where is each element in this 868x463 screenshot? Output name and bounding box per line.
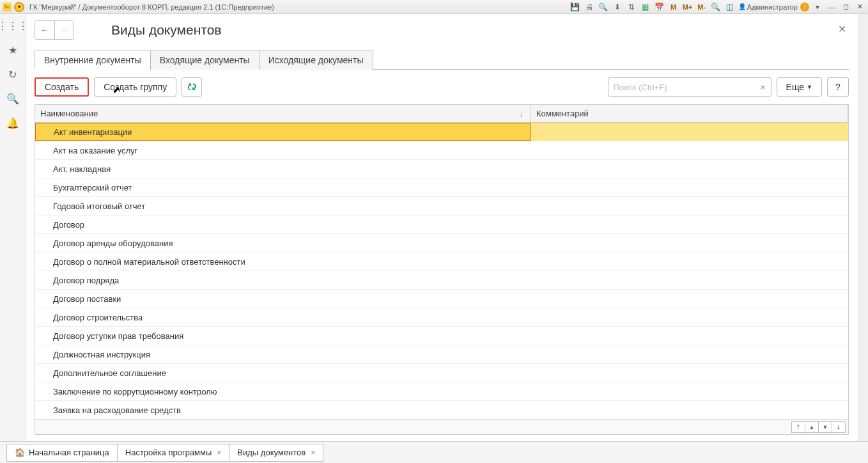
panel-icon[interactable]: ◫: [724, 1, 736, 13]
calendar-date-icon[interactable]: 📅: [654, 1, 665, 13]
back-button[interactable]: ←: [35, 21, 54, 39]
cell-name: Акт на оказание услуг: [35, 141, 531, 159]
compare-icon[interactable]: ⇅: [626, 1, 637, 13]
bell-icon[interactable]: 🔔: [6, 116, 19, 129]
cell-name: Дополнительное соглашение: [35, 364, 531, 382]
cell-name: Годовой итоговый отчет: [35, 197, 531, 215]
tab-outgoing-documents[interactable]: Исходящие документы: [259, 51, 373, 70]
bottom-tab-label: Виды документов: [237, 448, 306, 457]
main-container: ⋮⋮⋮ ★ ↻ 🔍 🔔 ✕ ← → Виды документов Внутре…: [0, 14, 868, 441]
titlebar-right: 💾 🖨 🔍 ⬇ ⇅ ▦ 📅 M M+ M- 🔍 ◫ Администратор …: [570, 1, 865, 13]
nav-row: ← → Виды документов: [35, 20, 849, 40]
table-row[interactable]: Акт инвентаризации: [35, 123, 848, 141]
table-row[interactable]: Договор подряда: [35, 271, 848, 290]
titlebar-text: ГК "Меркурий" / Документооборот 8 КОРП, …: [29, 3, 274, 11]
tabs: Внутренние документы Входящие документы …: [35, 50, 849, 70]
forward-button[interactable]: →: [54, 21, 74, 39]
tab-incoming-documents[interactable]: Входящие документы: [150, 51, 260, 70]
cell-name: Договор: [35, 216, 531, 233]
scroll-up-button[interactable]: ▲: [805, 421, 819, 433]
table-row[interactable]: Договор строительства: [35, 308, 848, 327]
bottom-tabs: 🏠Начальная страницаНастройка программы×В…: [0, 441, 868, 463]
table-row[interactable]: Договор аренды оборудования: [35, 234, 848, 253]
nav-buttons: ← →: [35, 20, 74, 40]
minimize-button[interactable]: —: [826, 2, 837, 12]
zoom-icon[interactable]: 🔍: [710, 1, 722, 13]
bottom-tab[interactable]: 🏠Начальная страница: [6, 444, 118, 462]
cell-name: Договор поставки: [35, 290, 531, 308]
sidebar: ⋮⋮⋮ ★ ↻ 🔍 🔔: [0, 14, 26, 441]
table-row[interactable]: Акт, накладная: [35, 160, 848, 178]
cell-name: Договор аренды оборудования: [35, 234, 531, 252]
cell-name: Договор строительства: [35, 308, 531, 326]
save-icon[interactable]: 💾: [570, 1, 581, 13]
table-row[interactable]: Должностная инструкция: [35, 345, 848, 364]
cell-name: Акт инвентаризации: [35, 123, 531, 141]
bottom-tab-label: Настройка программы: [125, 448, 212, 457]
table-row[interactable]: Дополнительное соглашение: [35, 364, 848, 382]
m-icon[interactable]: M: [668, 1, 679, 13]
column-name[interactable]: Наименование ↓: [35, 105, 531, 122]
bottom-tab[interactable]: Настройка программы×: [117, 444, 230, 462]
maximize-button[interactable]: ◻: [840, 2, 851, 12]
more-button-label: Еще: [786, 82, 805, 92]
table-body: Акт инвентаризацииАкт на оказание услугА…: [35, 123, 848, 419]
close-page-button[interactable]: ✕: [838, 23, 846, 35]
preview-icon[interactable]: 🔍: [598, 1, 609, 13]
cell-name: Акт, накладная: [35, 160, 531, 178]
titlebar: 1c ▾ ГК "Меркурий" / Документооборот 8 К…: [0, 0, 868, 14]
search-input[interactable]: [608, 82, 756, 92]
info-icon[interactable]: i: [800, 3, 809, 12]
cell-name: Должностная инструкция: [35, 345, 531, 363]
column-name-label: Наименование: [40, 109, 98, 118]
table-row[interactable]: Заключение по коррупционному контролю: [35, 382, 848, 401]
table-header: Наименование ↓ Комментарий: [35, 105, 848, 123]
table-row[interactable]: Заявка на расходование средств: [35, 401, 848, 419]
bottom-tab[interactable]: Виды документов×: [229, 444, 323, 462]
right-scrollbar[interactable]: [858, 14, 868, 441]
dropdown-icon[interactable]: ▾: [812, 1, 823, 13]
search-clear-button[interactable]: ×: [756, 82, 771, 92]
sort-arrow-icon: ↓: [520, 110, 523, 118]
toolbar: Создать Создать группу 🗘 × Еще ▼ ?: [35, 70, 849, 104]
print-icon[interactable]: 🖨: [584, 1, 595, 13]
page-title: Виды документов: [111, 22, 221, 38]
more-button[interactable]: Еще ▼: [777, 77, 822, 97]
tab-close-button[interactable]: ×: [311, 448, 315, 457]
cell-name: Заключение по коррупционному контролю: [35, 382, 531, 400]
help-button[interactable]: ?: [827, 77, 849, 97]
app-menu-dropdown[interactable]: ▾: [14, 2, 24, 12]
user-label[interactable]: Администратор: [738, 3, 798, 11]
tab-internal-documents[interactable]: Внутренние документы: [35, 51, 151, 70]
content: ✕ ← → Виды документов Внутренние докумен…: [26, 14, 858, 441]
apps-icon[interactable]: ⋮⋮⋮: [6, 19, 19, 32]
cell-name: Договор уступки прав требования: [35, 327, 531, 345]
create-group-button[interactable]: Создать группу: [94, 77, 176, 97]
search-icon[interactable]: 🔍: [6, 92, 19, 105]
scroll-bottom-button[interactable]: ⤓: [832, 421, 846, 433]
create-button-label: Создать: [45, 82, 79, 92]
calendar-green-icon[interactable]: ▦: [640, 1, 651, 13]
home-icon: 🏠: [15, 448, 25, 457]
scroll-down-button[interactable]: ▼: [818, 421, 832, 433]
close-button[interactable]: ✕: [854, 2, 865, 12]
table-row[interactable]: Договор уступки прав требования: [35, 327, 848, 345]
table-row[interactable]: Договор о полной материальной ответствен…: [35, 253, 848, 271]
table-row[interactable]: Годовой итоговый отчет: [35, 197, 848, 216]
table-footer: ⤒ ▲ ▼ ⤓: [35, 419, 848, 434]
column-comment[interactable]: Комментарий: [531, 105, 848, 122]
search-wrap: ×: [608, 77, 771, 97]
table-row[interactable]: Бухгалтерский отчет: [35, 178, 848, 197]
history-icon[interactable]: ↻: [6, 68, 19, 81]
create-button[interactable]: Создать: [35, 77, 89, 97]
scroll-top-button[interactable]: ⤒: [791, 421, 805, 433]
table-row[interactable]: Договор поставки: [35, 290, 848, 308]
table-row[interactable]: Договор: [35, 216, 848, 234]
star-icon[interactable]: ★: [6, 43, 19, 56]
download-icon[interactable]: ⬇: [612, 1, 623, 13]
refresh-button[interactable]: 🗘: [182, 77, 202, 97]
m-minus-icon[interactable]: M-: [696, 1, 708, 13]
m-plus-icon[interactable]: M+: [682, 1, 694, 13]
tab-close-button[interactable]: ×: [217, 448, 221, 457]
table-row[interactable]: Акт на оказание услуг: [35, 141, 848, 160]
